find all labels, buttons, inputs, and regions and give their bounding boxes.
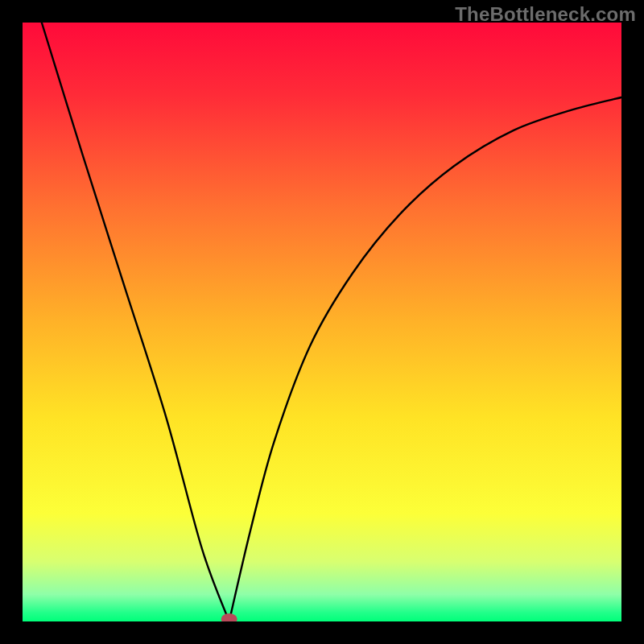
chart-frame: TheBottleneck.com: [0, 0, 644, 644]
bottleneck-chart: [23, 23, 621, 621]
